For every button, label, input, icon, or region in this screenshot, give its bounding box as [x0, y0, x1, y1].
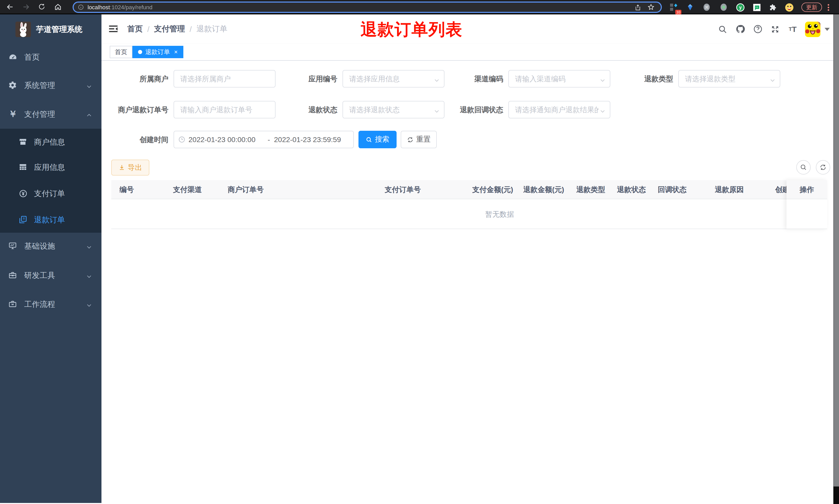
extension-y-icon[interactable]: y: [734, 2, 746, 13]
help-icon[interactable]: [752, 24, 763, 34]
sidebar: 芋道管理系统 首页 系统管理 ￥ 支付管理 商户信息: [0, 14, 102, 503]
app-logo-row[interactable]: 芋道管理系统: [0, 22, 102, 37]
browser-forward-icon[interactable]: [20, 1, 31, 12]
search-icon: [800, 164, 807, 171]
callback-status-select[interactable]: [508, 101, 610, 119]
browser-back-icon[interactable]: [4, 1, 15, 12]
refund-status-select[interactable]: [342, 101, 445, 119]
sidebar-item-pay-order[interactable]: 支付订单: [0, 186, 102, 201]
github-icon[interactable]: [735, 24, 745, 34]
chevron-down-icon: [86, 272, 92, 278]
col-action: 操作: [786, 180, 827, 199]
filter-label-refund-status: 退款状态: [275, 101, 337, 119]
filter-label-merchant: 所属商户: [107, 70, 168, 88]
toggle-search-button[interactable]: [796, 160, 811, 175]
filter-label-app: 应用编号: [275, 70, 337, 88]
table-header: 编号 支付渠道 商户订单号 支付订单号 支付金额(元) 退款金额(元) 退款类型…: [111, 180, 827, 199]
sidebar-item-merchant-info[interactable]: 商户信息: [0, 135, 102, 149]
site-info-icon[interactable]: [78, 4, 84, 10]
fullscreen-icon[interactable]: [770, 24, 780, 34]
bookmark-star-icon[interactable]: [645, 2, 657, 13]
reset-button[interactable]: 重置: [401, 131, 437, 148]
toolbox-icon: [8, 271, 18, 280]
extension-tango-icon[interactable]: 10: [668, 2, 679, 13]
svg-text:y: y: [739, 5, 742, 10]
dashboard-icon: [8, 53, 18, 62]
sidebar-item-refund-order[interactable]: 退款订单: [0, 213, 102, 227]
channel-select[interactable]: [508, 70, 610, 88]
chevron-down-icon: [86, 243, 92, 249]
sidebar-item-dev-tools[interactable]: 研发工具: [0, 268, 102, 283]
sidebar-item-app-info[interactable]: 应用信息: [0, 160, 102, 175]
url-text: localhost:1024/pay/refund: [88, 4, 153, 10]
tags-view-bar: 首页 退款订单×: [102, 44, 839, 61]
col-refund-status: 退款状态: [617, 180, 646, 199]
page-title-annotation: 退款订单列表: [334, 19, 489, 41]
extension-gem-icon[interactable]: [684, 2, 696, 13]
browser-reload-icon[interactable]: [36, 1, 47, 12]
extension-command-icon[interactable]: ⌘: [701, 2, 712, 13]
app-title: 芋道管理系统: [36, 22, 83, 37]
export-button[interactable]: 导出: [111, 160, 149, 176]
col-refund-reason: 退款原因: [715, 180, 744, 199]
page-content: 所属商户 应用编号 渠道编码 退款类型: [102, 61, 839, 503]
browser-home-icon[interactable]: [52, 1, 64, 12]
extensions-puzzle-icon[interactable]: [767, 2, 778, 13]
browser-window: localhost:1024/pay/refund 10 ⌘ y: [0, 0, 839, 504]
tab-home[interactable]: 首页: [110, 46, 132, 58]
extension-emoji-icon[interactable]: [783, 2, 795, 13]
col-refund-type: 退款类型: [576, 180, 605, 199]
app-logo: [15, 22, 31, 37]
clock-icon: [178, 136, 185, 143]
active-tab-dot: [138, 50, 142, 54]
extension-recorder-icon[interactable]: [718, 2, 729, 13]
font-size-icon[interactable]: TT: [787, 24, 798, 34]
window-scrollbar[interactable]: [833, 14, 839, 486]
window-corner: [833, 486, 839, 504]
empty-text: 暂无数据: [471, 199, 528, 229]
sidebar-item-pay[interactable]: ￥ 支付管理: [0, 107, 102, 122]
col-merchant-order: 商户订单号: [228, 180, 264, 199]
extension-chat-icon[interactable]: [751, 2, 762, 13]
breadcrumb-home[interactable]: 首页: [127, 24, 143, 34]
document-icon: [19, 215, 28, 224]
filter-label-merchant-refund-no: 商户退款订单号: [102, 101, 168, 119]
search-icon[interactable]: [717, 24, 728, 34]
col-pay-order: 支付订单号: [385, 180, 421, 199]
breadcrumb-current: 退款订单: [196, 24, 227, 34]
avatar: [805, 21, 820, 37]
user-menu[interactable]: [805, 21, 830, 37]
date-range-picker[interactable]: 2022-01-23 00:00:00 - 2022-01-23 23:59:5…: [174, 131, 354, 148]
sidebar-item-system[interactable]: 系统管理: [0, 78, 102, 93]
svg-text:⌘: ⌘: [704, 5, 709, 10]
top-navbar: 首页 / 支付管理 / 退款订单 退款订单列表: [102, 14, 839, 44]
date-start-value: 2022-01-23 00:00:00: [189, 136, 264, 144]
breadcrumb-pay: 支付管理: [154, 24, 185, 34]
refresh-table-button[interactable]: [816, 160, 830, 175]
browser-update-button[interactable]: 更新: [801, 3, 822, 12]
merchant-select[interactable]: [174, 70, 275, 88]
chevron-down-icon: [86, 301, 92, 307]
store-icon: [19, 138, 28, 147]
app-select[interactable]: [342, 70, 445, 88]
browser-menu-icon[interactable]: [825, 3, 832, 12]
download-icon: [119, 164, 125, 171]
breadcrumb: 首页 / 支付管理 / 退款订单: [127, 14, 227, 44]
table-body: 暂无数据: [111, 199, 827, 229]
sidebar-collapse-icon[interactable]: [108, 23, 119, 35]
sidebar-item-workflow[interactable]: 工作流程: [0, 297, 102, 311]
sidebar-item-infra[interactable]: 基础设施: [0, 239, 102, 253]
sidebar-item-home[interactable]: 首页: [0, 50, 102, 64]
merchant-refund-no-input[interactable]: [174, 101, 275, 119]
share-icon[interactable]: [632, 2, 643, 13]
address-bar[interactable]: localhost:1024/pay/refund: [73, 2, 662, 13]
user-caret-icon: [825, 28, 830, 31]
col-pay-channel: 支付渠道: [173, 180, 202, 199]
refund-type-select[interactable]: [678, 70, 780, 88]
search-button[interactable]: 搜索: [358, 131, 397, 148]
col-create-time: 创建时间: [775, 180, 786, 199]
browser-toolbar: localhost:1024/pay/refund 10 ⌘ y: [0, 0, 839, 14]
tab-refund-order[interactable]: 退款订单×: [132, 46, 183, 58]
tab-close-icon[interactable]: ×: [174, 46, 178, 58]
gear-icon: [8, 81, 18, 90]
